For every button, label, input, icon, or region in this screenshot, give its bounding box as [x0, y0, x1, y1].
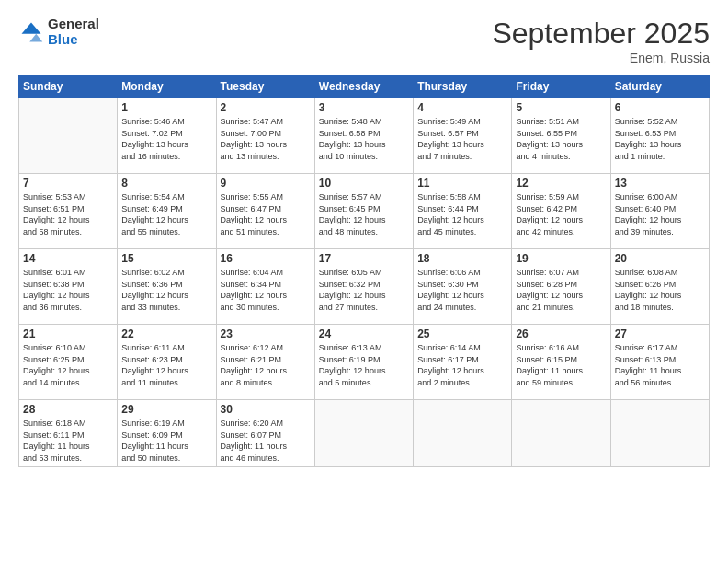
day-info: Sunrise: 6:10 AM Sunset: 6:25 PM Dayligh…: [23, 342, 113, 388]
day-number: 26: [516, 327, 606, 340]
month-title: September 2025: [492, 17, 710, 51]
day-cell: 27Sunrise: 6:17 AM Sunset: 6:13 PM Dayli…: [610, 325, 709, 400]
day-number: 22: [121, 327, 211, 340]
location: Enem, Russia: [492, 51, 710, 65]
day-cell: 5Sunrise: 5:51 AM Sunset: 6:55 PM Daylig…: [512, 98, 610, 174]
day-cell: 28Sunrise: 6:18 AM Sunset: 6:11 PM Dayli…: [19, 400, 118, 467]
title-block: September 2025 Enem, Russia: [492, 17, 710, 65]
day-cell: 8Sunrise: 5:54 AM Sunset: 6:49 PM Daylig…: [118, 174, 216, 249]
day-cell: 12Sunrise: 5:59 AM Sunset: 6:42 PM Dayli…: [512, 174, 610, 249]
day-info: Sunrise: 6:07 AM Sunset: 6:28 PM Dayligh…: [516, 267, 606, 313]
svg-marker-1: [29, 33, 42, 41]
day-number: 24: [319, 327, 409, 340]
day-info: Sunrise: 5:51 AM Sunset: 6:55 PM Dayligh…: [516, 116, 606, 162]
day-cell: 30Sunrise: 6:20 AM Sunset: 6:07 PM Dayli…: [216, 400, 314, 467]
day-info: Sunrise: 6:19 AM Sunset: 6:09 PM Dayligh…: [121, 418, 211, 464]
day-number: 6: [615, 101, 705, 114]
day-cell: 13Sunrise: 6:00 AM Sunset: 6:40 PM Dayli…: [610, 174, 709, 249]
day-cell: 1Sunrise: 5:46 AM Sunset: 7:02 PM Daylig…: [118, 98, 216, 174]
header: General Blue September 2025 Enem, Russia: [18, 17, 710, 65]
day-cell: [610, 400, 709, 467]
day-info: Sunrise: 5:49 AM Sunset: 6:57 PM Dayligh…: [417, 116, 507, 162]
day-number: 28: [23, 403, 113, 416]
col-header-friday: Friday: [512, 75, 610, 98]
col-header-thursday: Thursday: [414, 75, 512, 98]
day-number: 11: [417, 177, 507, 190]
day-number: 25: [417, 327, 507, 340]
day-info: Sunrise: 6:06 AM Sunset: 6:30 PM Dayligh…: [417, 267, 507, 313]
week-row-3: 14Sunrise: 6:01 AM Sunset: 6:38 PM Dayli…: [19, 249, 710, 325]
day-number: 30: [221, 403, 311, 416]
day-info: Sunrise: 5:58 AM Sunset: 6:44 PM Dayligh…: [417, 191, 507, 237]
day-info: Sunrise: 5:47 AM Sunset: 7:00 PM Dayligh…: [221, 116, 311, 162]
day-info: Sunrise: 5:54 AM Sunset: 6:49 PM Dayligh…: [121, 191, 211, 237]
day-cell: 6Sunrise: 5:52 AM Sunset: 6:53 PM Daylig…: [610, 98, 709, 174]
day-cell: 2Sunrise: 5:47 AM Sunset: 7:00 PM Daylig…: [216, 98, 314, 174]
day-info: Sunrise: 6:04 AM Sunset: 6:34 PM Dayligh…: [221, 267, 311, 313]
day-info: Sunrise: 5:52 AM Sunset: 6:53 PM Dayligh…: [615, 116, 705, 162]
day-info: Sunrise: 5:48 AM Sunset: 6:58 PM Dayligh…: [319, 116, 409, 162]
day-cell: 20Sunrise: 6:08 AM Sunset: 6:26 PM Dayli…: [610, 249, 709, 325]
day-number: 10: [319, 177, 409, 190]
calendar-table: SundayMondayTuesdayWednesdayThursdayFrid…: [18, 75, 710, 467]
day-cell: 4Sunrise: 5:49 AM Sunset: 6:57 PM Daylig…: [414, 98, 512, 174]
day-cell: 29Sunrise: 6:19 AM Sunset: 6:09 PM Dayli…: [118, 400, 216, 467]
day-info: Sunrise: 6:11 AM Sunset: 6:23 PM Dayligh…: [121, 342, 211, 388]
day-info: Sunrise: 5:46 AM Sunset: 7:02 PM Dayligh…: [121, 116, 211, 162]
col-header-wednesday: Wednesday: [314, 75, 413, 98]
day-info: Sunrise: 6:00 AM Sunset: 6:40 PM Dayligh…: [615, 191, 705, 237]
day-number: 12: [516, 177, 606, 190]
day-cell: 16Sunrise: 6:04 AM Sunset: 6:34 PM Dayli…: [216, 249, 314, 325]
logo-blue: Blue: [48, 32, 99, 48]
day-cell: 21Sunrise: 6:10 AM Sunset: 6:25 PM Dayli…: [19, 325, 118, 400]
day-number: 19: [516, 252, 606, 265]
day-number: 8: [121, 177, 211, 190]
day-cell: 22Sunrise: 6:11 AM Sunset: 6:23 PM Dayli…: [118, 325, 216, 400]
logo-general: General: [48, 17, 99, 32]
day-cell: [414, 400, 512, 467]
day-number: 23: [221, 327, 311, 340]
day-number: 1: [121, 101, 211, 114]
day-info: Sunrise: 6:12 AM Sunset: 6:21 PM Dayligh…: [221, 342, 311, 388]
day-number: 7: [23, 177, 113, 190]
day-number: 13: [615, 177, 705, 190]
day-cell: 24Sunrise: 6:13 AM Sunset: 6:19 PM Dayli…: [314, 325, 413, 400]
day-number: 4: [417, 101, 507, 114]
day-cell: [314, 400, 413, 467]
day-cell: 19Sunrise: 6:07 AM Sunset: 6:28 PM Dayli…: [512, 249, 610, 325]
col-header-sunday: Sunday: [19, 75, 118, 98]
day-cell: 9Sunrise: 5:55 AM Sunset: 6:47 PM Daylig…: [216, 174, 314, 249]
day-number: 15: [121, 252, 211, 265]
day-info: Sunrise: 5:55 AM Sunset: 6:47 PM Dayligh…: [221, 191, 311, 237]
day-number: 3: [319, 101, 409, 114]
day-info: Sunrise: 6:16 AM Sunset: 6:15 PM Dayligh…: [516, 342, 606, 388]
day-info: Sunrise: 6:13 AM Sunset: 6:19 PM Dayligh…: [319, 342, 409, 388]
day-number: 18: [417, 252, 507, 265]
day-info: Sunrise: 5:59 AM Sunset: 6:42 PM Dayligh…: [516, 191, 606, 237]
day-cell: [512, 400, 610, 467]
header-row: SundayMondayTuesdayWednesdayThursdayFrid…: [19, 75, 710, 98]
day-info: Sunrise: 6:17 AM Sunset: 6:13 PM Dayligh…: [615, 342, 705, 388]
day-cell: 7Sunrise: 5:53 AM Sunset: 6:51 PM Daylig…: [19, 174, 118, 249]
col-header-saturday: Saturday: [610, 75, 709, 98]
day-number: 5: [516, 101, 606, 114]
day-number: 9: [221, 177, 311, 190]
day-number: 16: [221, 252, 311, 265]
day-number: 2: [221, 101, 311, 114]
day-number: 20: [615, 252, 705, 265]
day-number: 27: [615, 327, 705, 340]
day-cell: 3Sunrise: 5:48 AM Sunset: 6:58 PM Daylig…: [314, 98, 413, 174]
week-row-4: 21Sunrise: 6:10 AM Sunset: 6:25 PM Dayli…: [19, 325, 710, 400]
col-header-tuesday: Tuesday: [216, 75, 314, 98]
week-row-2: 7Sunrise: 5:53 AM Sunset: 6:51 PM Daylig…: [19, 174, 710, 249]
day-cell: 14Sunrise: 6:01 AM Sunset: 6:38 PM Dayli…: [19, 249, 118, 325]
day-cell: 26Sunrise: 6:16 AM Sunset: 6:15 PM Dayli…: [512, 325, 610, 400]
logo: General Blue: [18, 17, 99, 47]
svg-marker-0: [22, 22, 41, 33]
day-info: Sunrise: 6:01 AM Sunset: 6:38 PM Dayligh…: [23, 267, 113, 313]
day-number: 17: [319, 252, 409, 265]
logo-text: General Blue: [48, 17, 99, 47]
day-number: 29: [121, 403, 211, 416]
day-cell: 10Sunrise: 5:57 AM Sunset: 6:45 PM Dayli…: [314, 174, 413, 249]
day-info: Sunrise: 6:02 AM Sunset: 6:36 PM Dayligh…: [121, 267, 211, 313]
